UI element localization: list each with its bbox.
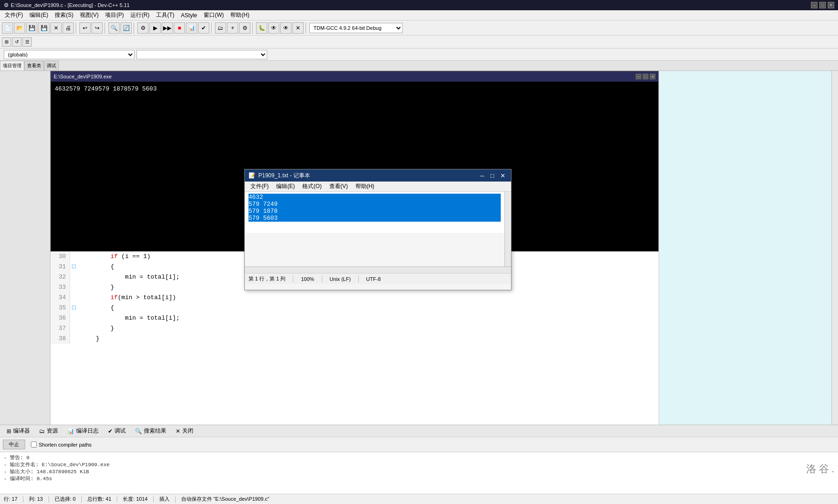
stop-button[interactable]: ■ bbox=[174, 22, 185, 34]
notepad-minimize[interactable]: ─ bbox=[477, 171, 487, 180]
debug-button[interactable]: 🐛 bbox=[256, 22, 267, 34]
save-button[interactable]: 💾 bbox=[26, 22, 37, 34]
compile-button[interactable]: ⚙ bbox=[137, 22, 149, 34]
project-new-button[interactable]: 🗂 bbox=[215, 22, 226, 34]
notepad-text-area[interactable]: 4632 579 7249 579 1878 579 5603 bbox=[245, 192, 504, 233]
notepad-close[interactable]: ✕ bbox=[498, 171, 507, 180]
code-line-37: 37 } bbox=[50, 323, 659, 334]
title-bar-controls: ─ □ ✕ bbox=[811, 2, 834, 8]
menu-window[interactable]: 窗口(W) bbox=[201, 10, 227, 20]
tab-compiler[interactable]: ⊞ 编译器 bbox=[2, 426, 35, 436]
tab-classes[interactable]: 查看类 bbox=[24, 61, 44, 70]
sep2 bbox=[322, 276, 322, 282]
notepad-menu-file[interactable]: 文件(F) bbox=[248, 182, 271, 191]
toolbar2-btn1[interactable]: ⊞ bbox=[2, 37, 11, 47]
menu-tools[interactable]: 工具(T) bbox=[153, 10, 177, 20]
notepad-menu-bar: 文件(F) 编辑(E) 格式(O) 查看(V) 帮助(H) bbox=[245, 182, 511, 192]
output-line-1: - 警告: 0 bbox=[4, 454, 834, 461]
save-all-button[interactable]: 💾 bbox=[38, 22, 50, 34]
status-total: 总行数: 41 bbox=[87, 496, 111, 503]
status-sel: 已选择: 0 bbox=[55, 496, 76, 503]
notepad-menu-format[interactable]: 格式(O) bbox=[299, 182, 324, 191]
notepad-menu-edit[interactable]: 编辑(E) bbox=[273, 182, 298, 191]
tab-project[interactable]: 项目管理 bbox=[0, 61, 24, 70]
status-len: 长度: 1014 bbox=[123, 496, 148, 503]
notepad-scrollbar-x[interactable] bbox=[245, 266, 511, 273]
notepad-body: 4632 579 7249 579 1878 579 5603 bbox=[245, 192, 511, 266]
minimize-button[interactable]: ─ bbox=[811, 2, 817, 8]
close-button[interactable]: ✕ bbox=[828, 2, 834, 8]
status-sep-3 bbox=[81, 496, 82, 503]
add-file-button[interactable]: + bbox=[227, 22, 238, 34]
undo-button[interactable]: ↩ bbox=[79, 22, 91, 34]
sep3 bbox=[358, 276, 359, 282]
tab-debug-panel[interactable]: 调试 bbox=[44, 61, 59, 70]
run-button[interactable]: ▶ bbox=[149, 22, 161, 34]
menu-bar: 文件(F) 编辑(E) 搜索(S) 视图(V) 项目(P) 运行(R) 工具(T… bbox=[0, 10, 838, 21]
notepad-menu-view[interactable]: 查看(V) bbox=[327, 182, 351, 191]
toolbar2-btn2[interactable]: ↺ bbox=[12, 37, 21, 47]
open-button[interactable]: 📂 bbox=[14, 22, 25, 34]
line-code-37: } bbox=[78, 323, 114, 334]
print-button[interactable]: 🖨 bbox=[63, 22, 74, 34]
syntax-check-button[interactable]: ✔ bbox=[198, 22, 209, 34]
profile-button[interactable]: 📊 bbox=[186, 22, 197, 34]
notepad-menu-help[interactable]: 帮助(H) bbox=[353, 182, 377, 191]
menu-help[interactable]: 帮助(H) bbox=[227, 10, 252, 20]
tab-resources[interactable]: 🗂 资源 bbox=[35, 426, 63, 436]
console-restore[interactable]: □ bbox=[643, 74, 648, 79]
toolbar-sep-1 bbox=[76, 22, 78, 34]
shorten-paths-checkbox[interactable] bbox=[31, 441, 37, 448]
add-watch-button[interactable]: 👁 bbox=[268, 22, 279, 34]
find-button[interactable]: 🔍 bbox=[108, 22, 120, 34]
line-num-36: 36 bbox=[50, 313, 70, 323]
project-options-button[interactable]: ⚙ bbox=[239, 22, 250, 34]
console-text: 4632579 7249579 1878579 5603 bbox=[55, 85, 156, 92]
menu-search[interactable]: 搜索(S) bbox=[52, 10, 76, 20]
tab-debug[interactable]: ✔ 调试 bbox=[103, 426, 130, 436]
globals-selector[interactable]: (globals) bbox=[4, 50, 135, 59]
compiler-selector[interactable]: TDM-GCC 4.9.2 64-bit Debug TDM-GCC 4.9.2… bbox=[309, 23, 403, 33]
app-window: ⚙ E:\Souce_dev\P1909.c - [Executing] - D… bbox=[0, 0, 838, 504]
menu-edit[interactable]: 编辑(E) bbox=[27, 10, 51, 20]
console-minimize[interactable]: ─ bbox=[636, 74, 641, 79]
redo-button[interactable]: ↪ bbox=[92, 22, 103, 34]
console-close[interactable]: ✕ bbox=[650, 74, 655, 79]
replace-button[interactable]: 🔄 bbox=[121, 22, 132, 34]
tab-search-results[interactable]: 🔍 搜索结果 bbox=[130, 426, 171, 436]
maximize-button[interactable]: □ bbox=[819, 2, 826, 8]
notepad-title: P1909_1.txt - 记事本 bbox=[256, 172, 477, 180]
tab-compile-log[interactable]: 📊 编译日志 bbox=[63, 426, 103, 436]
status-sep-2 bbox=[49, 496, 49, 503]
line-code-35: { bbox=[78, 303, 114, 313]
new-button[interactable]: 📄 bbox=[2, 22, 13, 34]
line-code-32: min = total[i]; bbox=[78, 272, 180, 282]
compile-run-button[interactable]: ▶▶ bbox=[162, 22, 173, 34]
console-title: E:\Souce_dev\P1909.exe bbox=[54, 74, 112, 79]
notepad-scrollbar-y[interactable] bbox=[504, 192, 511, 266]
line-code-38: } bbox=[78, 334, 99, 344]
menu-view[interactable]: 视图(V) bbox=[77, 10, 101, 20]
close-file-button[interactable]: ✕ bbox=[50, 22, 62, 34]
shorten-paths-label[interactable]: Shorten compiler paths bbox=[31, 441, 92, 448]
line-marker-35: □ bbox=[70, 303, 78, 313]
abort-button[interactable]: 中止 bbox=[3, 440, 25, 449]
function-selector[interactable] bbox=[136, 50, 267, 59]
chart-icon: 📊 bbox=[67, 428, 74, 434]
notepad-maximize[interactable]: □ bbox=[488, 171, 497, 180]
toolbar2-btn3[interactable]: ☰ bbox=[22, 37, 32, 47]
menu-astyle[interactable]: AStyle bbox=[178, 11, 200, 20]
resource-icon: 🗂 bbox=[39, 428, 45, 434]
editor-area[interactable]: E:\Souce_dev\P1909.exe ─ □ ✕ 4632579 724… bbox=[50, 71, 659, 425]
notepad-controls: ─ □ ✕ bbox=[477, 171, 507, 180]
line-num-35: 35 bbox=[50, 303, 70, 313]
menu-file[interactable]: 文件(F) bbox=[2, 10, 26, 20]
line-num-37: 37 bbox=[50, 323, 70, 334]
console-title-bar: E:\Souce_dev\P1909.exe ─ □ ✕ bbox=[51, 71, 658, 82]
line-num-31: 31 bbox=[50, 262, 70, 272]
menu-project[interactable]: 项目(P) bbox=[102, 10, 127, 20]
menu-run[interactable]: 运行(R) bbox=[128, 10, 152, 20]
tab-close-panel[interactable]: ✕ 关闭 bbox=[171, 426, 198, 436]
remove-watch-button[interactable]: ✕ bbox=[292, 22, 304, 34]
watch2-button[interactable]: 👁 bbox=[280, 22, 291, 34]
